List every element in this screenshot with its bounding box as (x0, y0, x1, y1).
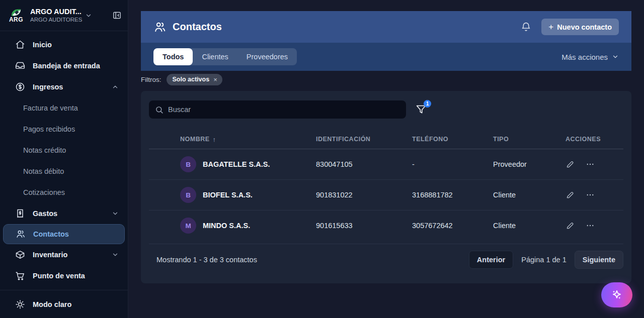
table-row[interactable]: B BIOFEL S.A.S. 901831022 3168881782 Cli… (149, 179, 623, 210)
chevron-down-icon[interactable] (85, 12, 92, 19)
contact-phone: 3057672642 (412, 222, 493, 230)
tab-clientes[interactable]: Clientes (193, 48, 237, 65)
filter-funnel-button[interactable]: 1 (415, 103, 427, 116)
filter-chip-solo-activos: Solo activos × (167, 74, 222, 85)
remove-filter-icon[interactable]: × (213, 76, 217, 83)
new-contact-button[interactable]: + Nuevo contacto (541, 19, 619, 35)
contact-identification: 830047105 (316, 160, 412, 168)
chevron-down-icon (612, 53, 619, 60)
box-icon (15, 250, 25, 260)
sidebar-item-inventario[interactable]: Inventario (0, 244, 128, 265)
avatar: B (180, 187, 196, 203)
sidebar: ARG ARGO AUDIT... ARGO AUDITORES Inicio … (0, 0, 128, 318)
chevron-down-icon (112, 210, 119, 217)
sidebar-subitem-cotizaciones[interactable]: Cotizaciones (0, 182, 128, 203)
sparkles-icon (610, 288, 623, 301)
cart-icon (15, 271, 25, 281)
contact-phone: - (412, 160, 493, 168)
more-options-icon[interactable] (586, 160, 595, 169)
sidebar-item-label: Bandeja de entrada (33, 62, 100, 70)
sidebar-item-gastos[interactable]: Gastos (0, 203, 128, 224)
contact-phone: 3168881782 (412, 191, 493, 199)
page-indicator: Página 1 de 1 (521, 256, 567, 264)
column-header-telefono: TELÉFONO (412, 136, 493, 143)
table-header-row: NOMBRE ↑ IDENTIFICACIÓN TELÉFONO TIPO AC… (149, 130, 623, 149)
active-filters-row: Filtros: Solo activos × (141, 73, 631, 85)
filter-count-badge: 1 (424, 100, 431, 108)
theme-toggle[interactable]: Modo claro (0, 290, 128, 318)
column-header-nombre[interactable]: NOMBRE ↑ (180, 136, 316, 143)
contact-name[interactable]: MINDO S.A.S. (203, 222, 250, 230)
tab-proveedores[interactable]: Proveedores (237, 48, 297, 65)
chevron-down-icon (112, 251, 119, 258)
notifications-bell-icon[interactable] (521, 22, 531, 32)
contact-name[interactable]: BAGATELLE S.A.S. (203, 160, 270, 168)
sidebar-item-label: Contactos (33, 230, 69, 238)
tab-strip: Todos Clientes Proveedores Más acciones (141, 43, 631, 71)
tab-todos[interactable]: Todos (153, 48, 193, 65)
contact-identification: 901615633 (316, 222, 412, 230)
next-page-button[interactable]: Siguiente (575, 251, 623, 269)
page-header: Contactos + Nuevo contacto (141, 11, 631, 43)
dollar-circle-icon (15, 82, 25, 92)
logo-word: ARG (9, 16, 23, 23)
contacts-card: 1 NOMBRE ↑ IDENTIFICACIÓN TELÉFONO TIPO … (141, 91, 631, 283)
contact-identification: 901831022 (316, 191, 412, 199)
inbox-icon (15, 61, 25, 71)
contacts-icon (153, 21, 167, 34)
theme-toggle-label: Modo claro (33, 300, 71, 308)
more-options-icon[interactable] (586, 221, 595, 230)
edit-pencil-icon[interactable] (566, 221, 575, 230)
column-header-tipo: TIPO (493, 136, 560, 143)
company-subtitle: ARGO AUDITORES (30, 16, 82, 23)
sidebar-subitem-factura-de-venta[interactable]: Factura de venta (0, 97, 128, 119)
previous-page-button[interactable]: Anterior (469, 251, 513, 269)
sidebar-item-punto-de-venta[interactable]: Punto de venta (0, 265, 128, 286)
chevron-up-icon (112, 83, 119, 90)
main-content: Contactos + Nuevo contacto Todos Cliente… (128, 0, 644, 318)
sun-icon (15, 299, 25, 309)
pagination: Anterior Página 1 de 1 Siguiente (469, 251, 623, 269)
contact-type: Proveedor (493, 160, 560, 168)
sidebar-item-label: Ingresos (33, 83, 63, 91)
receipt-icon (15, 208, 25, 219)
workspace-switcher[interactable]: ARG ARGO AUDIT... ARGO AUDITORES (0, 0, 128, 31)
sidebar-item-label: Inventario (33, 251, 67, 259)
sidebar-item-inicio[interactable]: Inicio (0, 34, 128, 55)
sidebar-item-contactos[interactable]: Contactos (3, 224, 125, 244)
sidebar-subitem-notas-debito[interactable]: Notas débito (0, 161, 128, 182)
search-box (149, 100, 406, 119)
column-header-acciones: ACCIONES (560, 136, 623, 143)
filters-label: Filtros: (141, 76, 162, 83)
sidebar-item-label: Inicio (33, 41, 52, 49)
contact-type: Cliente (493, 222, 560, 230)
sidebar-item-label: Gastos (33, 209, 57, 218)
table-footer: Mostrando 1 - 3 de 3 contactos Anterior … (149, 244, 623, 269)
people-icon (16, 229, 26, 239)
sidebar-item-ingresos[interactable]: Ingresos (0, 76, 128, 97)
ai-assistant-fab[interactable] (601, 282, 632, 307)
sidebar-item-bandeja[interactable]: Bandeja de entrada (0, 55, 128, 76)
search-input[interactable] (168, 105, 400, 114)
edit-pencil-icon[interactable] (566, 190, 575, 199)
more-options-icon[interactable] (586, 190, 595, 199)
avatar: M (180, 218, 196, 234)
plus-icon: + (548, 22, 553, 32)
company-logo: ARG (6, 8, 26, 23)
edit-pencil-icon[interactable] (566, 160, 575, 169)
results-summary: Mostrando 1 - 3 de 3 contactos (149, 256, 257, 264)
table-row[interactable]: B BAGATELLE S.A.S. 830047105 - Proveedor (149, 149, 623, 179)
avatar: B (180, 156, 196, 172)
sidebar-menu: Inicio Bandeja de entrada Ingresos Factu… (0, 31, 128, 290)
sidebar-subitem-pagos-recibidos[interactable]: Pagos recibidos (0, 119, 128, 140)
home-icon (15, 40, 25, 50)
sidebar-subitem-notas-credito[interactable]: Notas crédito (0, 140, 128, 161)
sort-ascending-icon: ↑ (213, 136, 216, 143)
more-actions-button[interactable]: Más acciones (561, 53, 619, 61)
table-row[interactable]: M MINDO S.A.S. 901615633 3057672642 Clie… (149, 210, 623, 241)
contact-name[interactable]: BIOFEL S.A.S. (203, 191, 253, 199)
collapse-sidebar-icon[interactable] (112, 11, 122, 20)
search-icon (155, 105, 164, 114)
contact-type-tabs: Todos Clientes Proveedores (153, 48, 297, 65)
column-header-identificacion: IDENTIFICACIÓN (316, 136, 412, 143)
